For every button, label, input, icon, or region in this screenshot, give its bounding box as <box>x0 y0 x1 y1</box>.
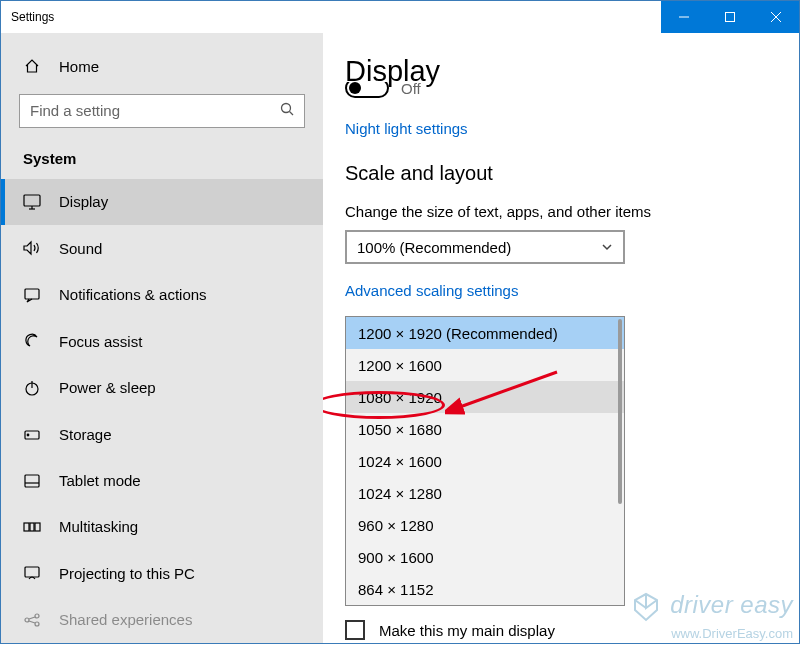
svg-point-4 <box>282 104 291 113</box>
resolution-option[interactable]: 1024 × 1280 <box>346 477 624 509</box>
home-icon <box>23 58 41 74</box>
sidebar-item-display[interactable]: Display <box>1 179 323 225</box>
sidebar-item-shared-experiences[interactable]: Shared experiences <box>1 597 323 643</box>
night-light-toggle[interactable] <box>345 82 389 98</box>
sidebar-item-storage[interactable]: Storage <box>1 411 323 457</box>
power-icon <box>23 380 41 396</box>
main-display-label: Make this my main display <box>379 622 555 639</box>
resolution-option[interactable]: 1024 × 1600 <box>346 445 624 477</box>
svg-point-20 <box>25 618 29 622</box>
resolution-option[interactable]: 900 × 1600 <box>346 541 624 573</box>
titlebar: Settings <box>1 1 799 33</box>
svg-line-24 <box>29 621 35 623</box>
sidebar-item-label: Shared experiences <box>59 611 192 628</box>
resolution-option[interactable]: 1050 × 1680 <box>346 413 624 445</box>
notifications-icon <box>23 287 41 303</box>
home-nav[interactable]: Home <box>1 47 323 86</box>
dropdown-scrollbar[interactable] <box>618 319 622 603</box>
chevron-down-icon <box>601 239 613 256</box>
home-label: Home <box>59 58 99 75</box>
svg-line-5 <box>290 112 294 116</box>
sidebar-item-projecting[interactable]: Projecting to this PC <box>1 550 323 596</box>
minimize-button[interactable] <box>661 1 707 33</box>
svg-rect-16 <box>24 523 29 531</box>
svg-point-13 <box>27 434 29 436</box>
resolution-option[interactable]: 864 × 1152 <box>346 573 624 605</box>
search-field[interactable] <box>30 102 280 119</box>
resolution-option[interactable]: 960 × 1280 <box>346 509 624 541</box>
display-icon <box>23 194 41 210</box>
storage-icon <box>23 426 41 442</box>
sidebar: Home System Display <box>1 33 323 643</box>
watermark-text: driver easy <box>670 591 793 618</box>
maximize-button[interactable] <box>707 1 753 33</box>
scale-label: Change the size of text, apps, and other… <box>345 203 777 220</box>
svg-line-23 <box>29 617 35 619</box>
scale-section-title: Scale and layout <box>345 162 777 185</box>
scale-dropdown[interactable]: 100% (Recommended) <box>345 230 625 264</box>
sidebar-item-label: Display <box>59 193 108 210</box>
scrollbar-thumb[interactable] <box>618 319 622 504</box>
search-input[interactable] <box>19 94 305 128</box>
close-button[interactable] <box>753 1 799 33</box>
resolution-option[interactable]: 1200 × 1600 <box>346 349 624 381</box>
main-display-checkbox[interactable] <box>345 620 365 640</box>
shared-experiences-icon <box>23 612 41 628</box>
advanced-scaling-link[interactable]: Advanced scaling settings <box>345 282 518 299</box>
sidebar-item-multitasking[interactable]: Multitasking <box>1 504 323 550</box>
sidebar-item-label: Storage <box>59 426 112 443</box>
scale-value: 100% (Recommended) <box>357 239 601 256</box>
svg-point-22 <box>35 622 39 626</box>
window-title: Settings <box>1 10 661 24</box>
projecting-icon <box>23 565 41 581</box>
sound-icon <box>23 240 41 256</box>
night-light-settings-link[interactable]: Night light settings <box>345 120 468 137</box>
sidebar-item-label: Multitasking <box>59 518 138 535</box>
toggle-state-label: Off <box>401 82 421 97</box>
svg-rect-9 <box>25 289 39 299</box>
sidebar-item-focus-assist[interactable]: Focus assist <box>1 318 323 364</box>
svg-rect-17 <box>30 523 34 531</box>
sidebar-item-label: Projecting to this PC <box>59 565 195 582</box>
svg-rect-19 <box>25 567 39 577</box>
svg-rect-18 <box>35 523 40 531</box>
search-icon <box>280 102 294 119</box>
svg-rect-6 <box>24 195 40 206</box>
svg-rect-1 <box>726 13 735 22</box>
sidebar-item-label: Tablet mode <box>59 472 141 489</box>
sidebar-item-label: Notifications & actions <box>59 286 207 303</box>
focus-assist-icon <box>23 333 41 349</box>
resolution-option[interactable]: 1200 × 1920 (Recommended) <box>346 317 624 349</box>
sidebar-item-label: Sound <box>59 240 102 257</box>
svg-point-21 <box>35 614 39 618</box>
settings-window: Settings Home <box>0 0 800 644</box>
tablet-icon <box>23 473 41 489</box>
multitasking-icon <box>23 519 41 535</box>
resolution-dropdown-list[interactable]: 1200 × 1920 (Recommended) 1200 × 1600 10… <box>345 316 625 606</box>
svg-rect-14 <box>25 475 39 487</box>
content-pane: Display Off Night light settings Scale a… <box>323 33 799 643</box>
toggle-knob <box>349 82 361 94</box>
sidebar-item-power-sleep[interactable]: Power & sleep <box>1 364 323 410</box>
sidebar-item-label: Power & sleep <box>59 379 156 396</box>
sidebar-item-notifications[interactable]: Notifications & actions <box>1 272 323 318</box>
sidebar-item-sound[interactable]: Sound <box>1 225 323 271</box>
sidebar-item-tablet-mode[interactable]: Tablet mode <box>1 457 323 503</box>
sidebar-item-label: Focus assist <box>59 333 142 350</box>
resolution-option[interactable]: 1080 × 1920 <box>346 381 624 413</box>
category-heading: System <box>1 128 323 179</box>
